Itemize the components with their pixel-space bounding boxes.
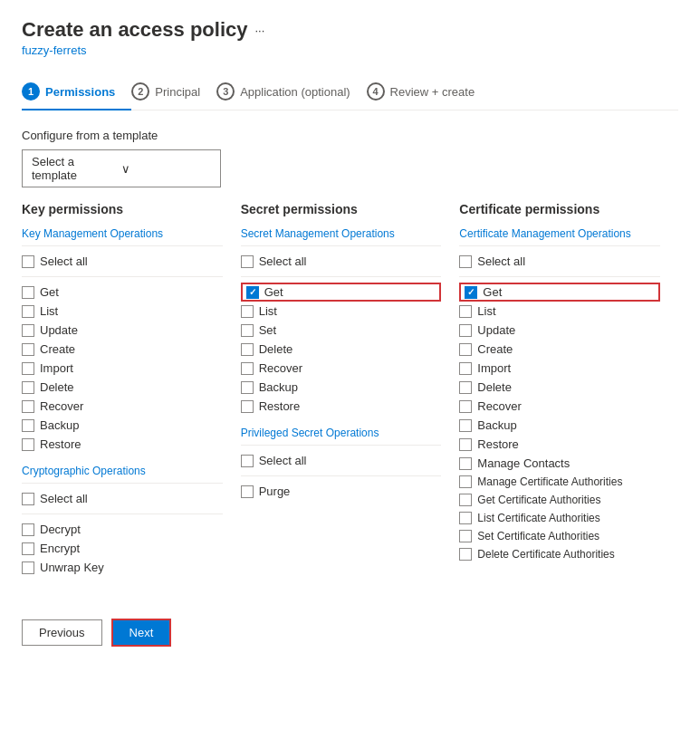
cert-manage-cas-checkbox[interactable] (459, 475, 472, 488)
step-permissions[interactable]: 1 Permissions (22, 73, 131, 110)
step-review-create[interactable]: 4 Review + create (367, 73, 492, 110)
key-unwrapkey[interactable]: Unwrap Key (22, 558, 223, 577)
secret-delete[interactable]: Delete (241, 340, 442, 359)
key-restore-checkbox[interactable] (22, 438, 34, 451)
secret-purge[interactable]: Purge (241, 482, 442, 501)
step-num-4: 4 (367, 82, 385, 101)
cert-recover[interactable]: Recover (459, 397, 660, 416)
key-import[interactable]: Import (22, 359, 223, 378)
cert-list-cas[interactable]: List Certificate Authorities (459, 509, 660, 527)
cert-list-checkbox[interactable] (459, 305, 472, 318)
secret-backup-checkbox[interactable] (241, 381, 254, 394)
cert-select-all[interactable]: Select all (459, 252, 660, 271)
cert-manage-contacts-checkbox[interactable] (459, 457, 472, 470)
secret-list-checkbox[interactable] (241, 305, 254, 318)
cert-get-label: Get (483, 285, 502, 299)
key-backup-checkbox[interactable] (22, 419, 34, 432)
key-unwrapkey-checkbox[interactable] (22, 561, 34, 574)
key-decrypt[interactable]: Decrypt (22, 520, 223, 539)
key-create-checkbox[interactable] (22, 343, 34, 356)
key-recover[interactable]: Recover (22, 397, 223, 416)
cert-manage-contacts[interactable]: Manage Contacts (459, 454, 660, 473)
secret-purge-checkbox[interactable] (241, 485, 254, 498)
secret-get-checkbox[interactable] (246, 286, 259, 299)
cert-restore-checkbox[interactable] (459, 438, 472, 451)
key-encrypt[interactable]: Encrypt (22, 539, 223, 558)
cert-get[interactable]: Get (459, 283, 660, 302)
key-list-checkbox[interactable] (22, 305, 34, 318)
template-section: Configure from a template Select a templ… (22, 129, 678, 187)
key-crypto-select-all-checkbox[interactable] (22, 493, 34, 505)
secret-list[interactable]: List (241, 302, 442, 321)
cert-delete-cas-checkbox[interactable] (459, 548, 472, 561)
key-list[interactable]: List (22, 302, 223, 321)
secret-backup[interactable]: Backup (241, 378, 442, 397)
next-button[interactable]: Next (111, 619, 172, 647)
secret-priv-select-all-checkbox[interactable] (241, 455, 254, 467)
key-crypto-select-all[interactable]: Select all (22, 489, 223, 508)
key-delete[interactable]: Delete (22, 378, 223, 397)
key-update[interactable]: Update (22, 321, 223, 340)
cert-get-cas-checkbox[interactable] (459, 494, 472, 506)
cert-delete-checkbox[interactable] (459, 381, 472, 394)
step-principal[interactable]: 2 Principal (131, 73, 216, 110)
key-encrypt-checkbox[interactable] (22, 542, 34, 555)
cert-restore[interactable]: Restore (459, 435, 660, 454)
secret-restore[interactable]: Restore (241, 397, 442, 416)
cert-select-all-checkbox[interactable] (459, 255, 472, 268)
previous-button[interactable]: Previous (22, 619, 102, 646)
cert-backup-checkbox[interactable] (459, 419, 472, 432)
key-import-checkbox[interactable] (22, 362, 34, 375)
breadcrumb[interactable]: fuzzy-ferrets (22, 43, 678, 57)
cert-get-checkbox[interactable] (465, 286, 477, 299)
page-title: Create an access policy (22, 18, 247, 42)
secret-recover-checkbox[interactable] (241, 362, 254, 375)
cert-import-label: Import (477, 361, 511, 375)
cert-set-cas[interactable]: Set Certificate Authorities (459, 527, 660, 545)
secret-recover[interactable]: Recover (241, 359, 442, 378)
key-decrypt-checkbox[interactable] (22, 523, 34, 536)
key-restore[interactable]: Restore (22, 435, 223, 454)
cert-select-all-label: Select all (477, 254, 525, 268)
cert-manage-cas[interactable]: Manage Certificate Authorities (459, 473, 660, 491)
secret-select-all[interactable]: Select all (241, 252, 442, 271)
key-delete-checkbox[interactable] (22, 381, 34, 394)
key-recover-checkbox[interactable] (22, 400, 34, 413)
cert-list[interactable]: List (459, 302, 660, 321)
cert-list-cas-checkbox[interactable] (459, 512, 472, 524)
template-select[interactable]: Select a template ∨ (22, 149, 221, 187)
permissions-grid: Key permissions Key Management Operation… (22, 202, 678, 577)
cert-import[interactable]: Import (459, 359, 660, 378)
cert-delete[interactable]: Delete (459, 378, 660, 397)
secret-set[interactable]: Set (241, 321, 442, 340)
secret-set-checkbox[interactable] (241, 324, 254, 337)
cert-update[interactable]: Update (459, 321, 660, 340)
key-get-checkbox[interactable] (22, 286, 34, 299)
key-update-label: Update (40, 323, 78, 337)
ellipsis-menu[interactable]: ··· (254, 24, 264, 37)
secret-delete-checkbox[interactable] (241, 343, 254, 356)
cert-recover-checkbox[interactable] (459, 400, 472, 413)
cert-create-checkbox[interactable] (459, 343, 472, 356)
cert-get-cas[interactable]: Get Certificate Authorities (459, 491, 660, 509)
key-select-all[interactable]: Select all (22, 252, 223, 271)
cert-update-checkbox[interactable] (459, 324, 472, 337)
cert-set-cas-checkbox[interactable] (459, 530, 472, 542)
key-update-checkbox[interactable] (22, 324, 34, 337)
secret-priv-select-all[interactable]: Select all (241, 451, 442, 470)
secret-select-all-checkbox[interactable] (241, 255, 254, 268)
cert-backup[interactable]: Backup (459, 416, 660, 435)
cert-create[interactable]: Create (459, 340, 660, 359)
step-application[interactable]: 3 Application (optional) (216, 73, 366, 110)
key-backup[interactable]: Backup (22, 416, 223, 435)
secret-restore-checkbox[interactable] (241, 400, 254, 413)
cert-import-checkbox[interactable] (459, 362, 472, 375)
key-create[interactable]: Create (22, 340, 223, 359)
secret-get[interactable]: Get (241, 283, 442, 302)
template-label: Configure from a template (22, 129, 678, 142)
key-select-all-checkbox[interactable] (22, 255, 34, 268)
secret-permissions-title: Secret permissions (241, 202, 442, 216)
cert-delete-cas[interactable]: Delete Certificate Authorities (459, 545, 660, 563)
secret-restore-label: Restore (259, 399, 301, 413)
key-get[interactable]: Get (22, 283, 223, 302)
